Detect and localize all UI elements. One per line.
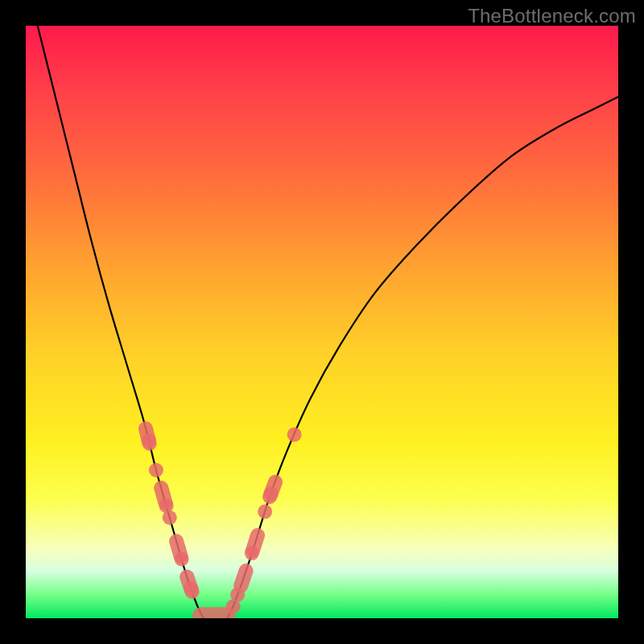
chart-area	[26, 26, 618, 618]
data-point-marker	[241, 571, 246, 585]
data-point-marker	[175, 551, 189, 566]
curve-right-branch	[227, 97, 618, 618]
marker-group	[142, 427, 302, 615]
data-point-marker	[287, 427, 302, 442]
chart-svg	[26, 26, 618, 618]
watermark-text: TheBottleneck.com	[468, 5, 636, 27]
data-point-marker	[163, 510, 177, 525]
data-point-marker	[184, 581, 198, 596]
data-point-marker	[245, 546, 259, 560]
data-point-marker	[264, 486, 279, 501]
data-point-marker	[149, 463, 163, 477]
curve-left-branch	[38, 26, 204, 618]
data-point-marker	[258, 505, 272, 519]
data-point-marker	[142, 433, 156, 448]
curve-group	[38, 26, 618, 618]
